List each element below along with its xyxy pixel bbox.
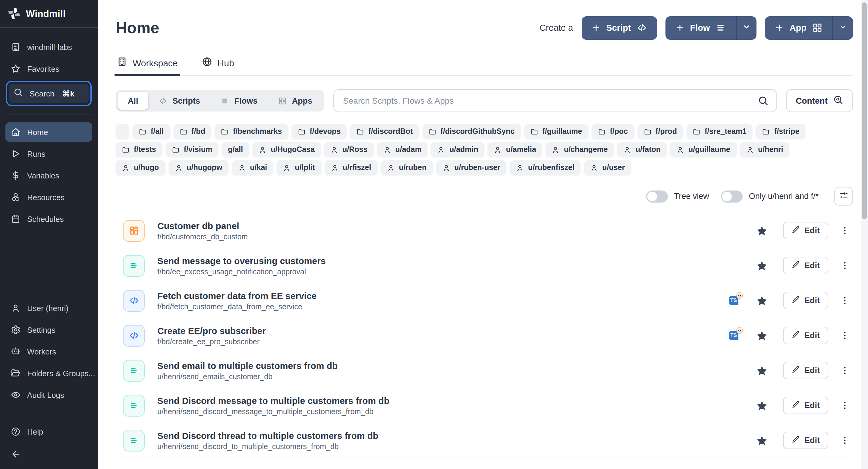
tab-hub[interactable]: Hub xyxy=(201,57,236,75)
filter-chip-u-adam[interactable]: u/adam xyxy=(377,142,428,157)
sidebar-item-schedules[interactable]: Schedules xyxy=(5,209,92,228)
filter-chip-f-guillaume[interactable]: f/guillaume xyxy=(524,124,588,139)
sidebar-item-home[interactable]: Home xyxy=(5,122,92,142)
segment-flows[interactable]: Flows xyxy=(210,92,268,110)
favorite-star-icon[interactable] xyxy=(755,330,768,342)
sidebar-item-favorites[interactable]: Favorites xyxy=(5,59,92,79)
create-flow-button[interactable]: Flow xyxy=(665,16,756,39)
segment-apps[interactable]: Apps xyxy=(268,92,323,110)
search-input[interactable] xyxy=(342,95,758,106)
edit-button[interactable]: Edit xyxy=(783,257,828,274)
edit-button[interactable]: Edit xyxy=(783,292,828,309)
collapse-sidebar-button[interactable] xyxy=(5,446,92,464)
filter-chip-u-hugo[interactable]: u/hugo xyxy=(116,160,165,175)
filter-chip-u-kai[interactable]: u/kai xyxy=(232,160,273,175)
favorite-star-icon[interactable] xyxy=(755,434,768,446)
segment-scripts[interactable]: Scripts xyxy=(149,92,211,110)
filter-chip-f-all[interactable]: f/all xyxy=(133,124,170,139)
favorite-star-icon[interactable] xyxy=(755,365,768,376)
item-title[interactable]: Fetch customer data from EE service xyxy=(157,290,317,301)
favorite-star-icon[interactable] xyxy=(755,399,768,411)
item-title[interactable]: Create EE/pro subscriber xyxy=(157,325,266,336)
more-options-icon[interactable] xyxy=(837,330,852,341)
filter-chip-u-admin[interactable]: u/admin xyxy=(431,142,484,157)
more-options-icon[interactable] xyxy=(837,260,852,271)
more-options-icon[interactable] xyxy=(837,435,852,445)
favorite-star-icon[interactable] xyxy=(755,259,768,272)
filter-chip-u-changeme[interactable]: u/changeme xyxy=(546,142,614,157)
create-app-dropdown[interactable] xyxy=(832,16,853,39)
logo-row[interactable]: Windmill xyxy=(0,0,98,28)
filter-chip-u-lplit[interactable]: u/lplit xyxy=(277,160,321,175)
filter-chip-f-tests[interactable]: f/tests xyxy=(116,142,162,157)
sidebar-item-audit-logs[interactable]: Audit Logs xyxy=(5,385,92,405)
filter-chip-f-discordgithubsync[interactable]: f/discordGithubSync xyxy=(423,124,521,139)
filter-chip-u-user[interactable]: u/user xyxy=(584,160,631,175)
item-title[interactable]: Customer db panel xyxy=(157,220,248,230)
filter-chip-u-hugocasa[interactable]: u/HugoCasa xyxy=(253,142,321,157)
sidebar-item-workers[interactable]: Workers xyxy=(5,342,92,361)
create-script-main[interactable]: Script xyxy=(581,16,657,39)
more-options-icon[interactable] xyxy=(837,295,852,306)
filter-chip-f-poc[interactable]: f/poc xyxy=(592,124,634,139)
sidebar-item-resources[interactable]: Resources xyxy=(5,187,92,207)
type-filter-segmented-control: AllScriptsFlowsApps xyxy=(116,90,324,112)
only-mine-toggle[interactable] xyxy=(721,190,743,202)
sidebar-item-user-henri[interactable]: User (henri) xyxy=(5,299,92,318)
filter-chip-f-sre-team1[interactable]: f/sre_team1 xyxy=(687,124,752,139)
filter-chip-u-amelia[interactable]: u/amelia xyxy=(488,142,542,157)
scrollbar-thumb[interactable] xyxy=(862,2,867,219)
content-search-button[interactable]: Content xyxy=(786,89,853,112)
favorite-star-icon[interactable] xyxy=(755,294,768,307)
create-app-button[interactable]: App xyxy=(765,16,853,39)
sidebar-item-help[interactable]: Help xyxy=(5,422,92,441)
tab-workspace[interactable]: Workspace xyxy=(116,57,179,75)
sidebar-item-runs[interactable]: Runs xyxy=(5,144,92,163)
more-options-icon[interactable] xyxy=(837,400,852,410)
filter-chip-u-henri[interactable]: u/henri xyxy=(740,142,789,157)
sidebar-item-workspace-switcher[interactable]: windmill-labs xyxy=(5,37,92,57)
edit-button[interactable]: Edit xyxy=(783,222,828,239)
filter-chip-u-hugopw[interactable]: u/hugopw xyxy=(168,160,228,175)
sidebar-item-settings[interactable]: Settings xyxy=(5,320,92,339)
create-flow-main[interactable]: Flow xyxy=(665,16,736,39)
filter-chip-u-ruben-user[interactable]: u/ruben-user xyxy=(436,160,506,175)
filter-chip-empty[interactable] xyxy=(116,124,129,139)
edit-button[interactable]: Edit xyxy=(783,397,828,414)
filter-chip-f-visium[interactable]: f/visium xyxy=(166,142,218,157)
filter-chip-f-stripe[interactable]: f/stripe xyxy=(756,124,805,139)
filter-chip-f-devops[interactable]: f/devops xyxy=(292,124,347,139)
segment-all[interactable]: All xyxy=(118,92,149,110)
filter-chip-f-discordbot[interactable]: f/discordBot xyxy=(350,124,418,139)
filter-chip-u-ross[interactable]: u/Ross xyxy=(324,142,373,157)
display-settings-button[interactable] xyxy=(834,187,853,206)
edit-button[interactable]: Edit xyxy=(783,362,828,379)
sidebar-search-button[interactable]: Search ⌘k xyxy=(9,84,89,103)
filter-chip-u-rfiszel[interactable]: u/rfiszel xyxy=(324,160,377,175)
item-title[interactable]: Send message to overusing customers xyxy=(157,255,326,265)
search-icon[interactable] xyxy=(758,95,769,106)
edit-button[interactable]: Edit xyxy=(783,327,828,344)
sidebar-item-folders-groups[interactable]: Folders & Groups... xyxy=(5,364,92,383)
filter-chip-u-faton[interactable]: u/faton xyxy=(618,142,667,157)
filter-chip-u-rubenfiszel[interactable]: u/rubenfiszel xyxy=(510,160,581,175)
scrollbar[interactable] xyxy=(861,0,868,469)
create-app-main[interactable]: App xyxy=(765,16,832,39)
filter-chip-f-prod[interactable]: f/prod xyxy=(638,124,683,139)
favorite-star-icon[interactable] xyxy=(755,224,768,237)
more-options-icon[interactable] xyxy=(837,365,852,376)
filter-chip-g-all[interactable]: g/all xyxy=(222,142,249,157)
create-script-button[interactable]: Script xyxy=(581,16,657,39)
filter-chip-f-bd[interactable]: f/bd xyxy=(173,124,211,139)
filter-chip-u-ruben[interactable]: u/ruben xyxy=(381,160,433,175)
more-options-icon[interactable] xyxy=(837,225,852,236)
item-title[interactable]: Send Discord message to multiple custome… xyxy=(157,395,390,405)
tree-view-toggle[interactable] xyxy=(647,190,668,202)
sidebar-item-variables[interactable]: Variables xyxy=(5,166,92,185)
filter-chip-f-benchmarks[interactable]: f/benchmarks xyxy=(215,124,288,139)
create-flow-dropdown[interactable] xyxy=(736,16,756,39)
filter-chip-u-guillaume[interactable]: u/guillaume xyxy=(670,142,736,157)
edit-button[interactable]: Edit xyxy=(783,432,828,449)
item-title[interactable]: Send Discord thread to multiple customer… xyxy=(157,430,378,440)
item-title[interactable]: Send email to multiple customers from db xyxy=(157,360,338,370)
